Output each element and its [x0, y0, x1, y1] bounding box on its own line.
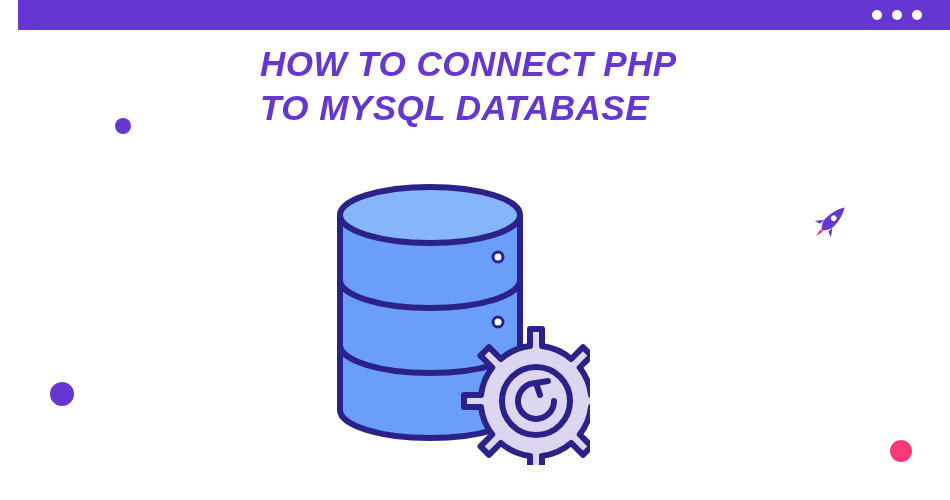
window-dot-icon	[912, 10, 922, 20]
window-dots	[872, 10, 922, 20]
title-line-1: HOW TO CONNECT PHP	[260, 44, 677, 83]
decorative-dot-icon	[890, 440, 912, 462]
database-gear-illustration	[330, 165, 590, 455]
page-title: HOW TO CONNECT PHP TO MYSQL DATABASE	[260, 42, 780, 130]
top-accent-bar	[18, 0, 950, 30]
svg-point-14	[493, 252, 503, 262]
gear-refresh-icon	[464, 329, 590, 465]
svg-point-15	[493, 317, 503, 327]
decorative-dot-icon	[50, 382, 74, 406]
title-line-2: TO MYSQL DATABASE	[260, 88, 649, 127]
rocket-icon	[808, 198, 854, 244]
svg-point-13	[340, 187, 520, 243]
svg-point-17	[502, 367, 570, 435]
window-dot-icon	[872, 10, 882, 20]
decorative-dot-icon	[115, 118, 131, 134]
window-dot-icon	[892, 10, 902, 20]
